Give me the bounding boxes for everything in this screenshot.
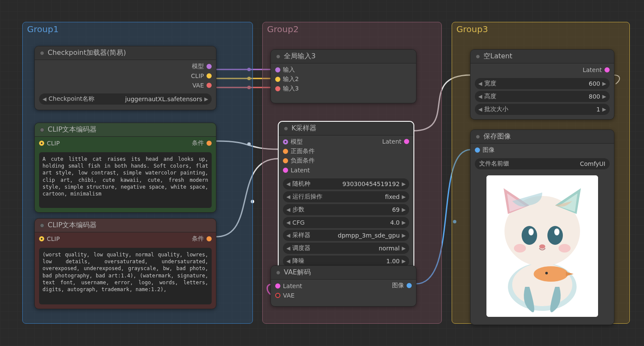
chevron-left-icon[interactable]: ◀ <box>286 220 292 226</box>
ksampler-widget-2[interactable]: ◀步数69▶ <box>283 204 409 215</box>
chevron-left-icon[interactable]: ◀ <box>286 194 292 200</box>
input-clip[interactable]: CLIP <box>35 138 64 148</box>
ksampler-widget-5[interactable]: ◀调度器normal▶ <box>283 243 409 254</box>
input-latent[interactable]: Latent <box>271 281 416 291</box>
input-image[interactable]: 图像 <box>471 145 614 155</box>
output-conditioning[interactable]: 条件 <box>188 234 216 244</box>
chevron-right-icon[interactable]: ▶ <box>601 106 606 112</box>
prompt-textarea[interactable]: (worst quality, low quality, normal qual… <box>39 248 212 304</box>
svg-point-18 <box>545 272 548 274</box>
group-label: Group2 <box>267 24 299 34</box>
input-1[interactable]: 输入 <box>271 65 416 75</box>
latent-widget-0[interactable]: ◀宽度600▶ <box>475 78 610 89</box>
chevron-right-icon[interactable]: ▶ <box>601 93 606 99</box>
input-model[interactable]: 模型 <box>279 137 413 147</box>
chevron-right-icon[interactable]: ▶ <box>401 220 406 226</box>
latent-widget-2[interactable]: ◀批次大小1▶ <box>475 104 610 115</box>
chevron-right-icon[interactable]: ▶ <box>203 96 208 102</box>
ksampler-widget-4[interactable]: ◀采样器dpmpp_3m_sde_gpu▶ <box>283 230 409 241</box>
widget-filename-prefix[interactable]: 文件名前缀 ComfyUI <box>475 158 610 169</box>
svg-point-15 <box>514 244 526 253</box>
input-negative[interactable]: 负面条件 <box>279 156 413 165</box>
output-clip[interactable]: CLIP <box>35 71 216 81</box>
node-title: Checkpoint加载器(简易) <box>48 48 126 57</box>
output-vae[interactable]: VAE <box>35 81 216 90</box>
node-ksampler[interactable]: K采样器 Latent 模型 正面条件 负面条件 Latent ◀随机种9303… <box>278 121 414 271</box>
input-clip[interactable]: CLIP <box>35 234 64 244</box>
svg-point-16 <box>559 244 571 253</box>
ksampler-widget-0[interactable]: ◀随机种930300454519192▶ <box>283 178 409 190</box>
chevron-right-icon[interactable]: ▶ <box>401 258 406 264</box>
node-vae-decode[interactable]: VAE解码 图像 Latent VAE <box>270 265 416 307</box>
node-clip-encoder-negative[interactable]: CLIP文本编码器 CLIP 条件 (worst quality, low qu… <box>34 218 216 309</box>
input-3[interactable]: 输入3 <box>271 84 416 93</box>
input-latent[interactable]: Latent <box>279 165 413 175</box>
ksampler-widget-1[interactable]: ◀运行后操作fixed▶ <box>283 191 409 202</box>
svg-point-12 <box>529 229 534 235</box>
group-label: Group3 <box>456 24 488 34</box>
prompt-textarea[interactable]: A cute little cat raises its head and lo… <box>39 152 212 208</box>
chevron-right-icon[interactable]: ▶ <box>401 207 406 213</box>
ksampler-widget-3[interactable]: ◀CFG4.0▶ <box>283 217 409 228</box>
chevron-left-icon[interactable]: ◀ <box>478 81 483 87</box>
widget-checkpoint-name[interactable]: ◀ Checkpoint名称 juggernautXL.safetensors … <box>39 93 212 105</box>
node-checkpoint-loader[interactable]: Checkpoint加载器(简易) 模型 CLIP VAE ◀ Checkpoi… <box>34 46 216 110</box>
node-empty-latent[interactable]: 空Latent Latent ◀宽度600▶◀高度800▶◀批次大小1▶ <box>470 49 614 120</box>
input-2[interactable]: 输入2 <box>271 75 416 84</box>
chevron-right-icon[interactable]: ▶ <box>401 232 406 238</box>
chevron-left-icon[interactable]: ◀ <box>286 181 292 187</box>
chevron-right-icon[interactable]: ▶ <box>401 245 406 251</box>
image-preview[interactable] <box>475 172 610 320</box>
input-vae[interactable]: VAE <box>271 291 416 300</box>
svg-point-11 <box>547 226 563 245</box>
chevron-left-icon[interactable]: ◀ <box>43 96 48 102</box>
chevron-left-icon[interactable]: ◀ <box>478 106 483 112</box>
node-global-input[interactable]: 全局输入3 输入 输入2 输入3 <box>270 49 416 103</box>
chevron-left-icon[interactable]: ◀ <box>286 258 292 264</box>
chevron-right-icon[interactable]: ▶ <box>601 81 606 87</box>
node-save-image[interactable]: 保存图像 图像 文件名前缀 ComfyUI <box>470 129 614 325</box>
output-latent[interactable]: Latent <box>471 65 614 75</box>
svg-point-13 <box>554 229 559 235</box>
output-model[interactable]: 模型 <box>35 62 216 71</box>
svg-point-14 <box>539 244 545 249</box>
output-conditioning[interactable]: 条件 <box>188 138 216 148</box>
chevron-left-icon[interactable]: ◀ <box>478 93 483 99</box>
group-label: Group1 <box>27 24 59 34</box>
chevron-left-icon[interactable]: ◀ <box>286 207 292 213</box>
chevron-right-icon[interactable]: ▶ <box>401 194 406 200</box>
latent-widget-1[interactable]: ◀高度800▶ <box>475 91 610 102</box>
chevron-right-icon[interactable]: ▶ <box>401 181 406 187</box>
svg-point-17 <box>534 266 568 282</box>
input-positive[interactable]: 正面条件 <box>279 147 413 156</box>
chevron-left-icon[interactable]: ◀ <box>286 232 292 238</box>
svg-point-10 <box>522 226 537 245</box>
node-clip-encoder-positive[interactable]: CLIP文本编码器 CLIP 条件 A cute little cat rais… <box>34 123 216 213</box>
chevron-left-icon[interactable]: ◀ <box>286 245 292 251</box>
